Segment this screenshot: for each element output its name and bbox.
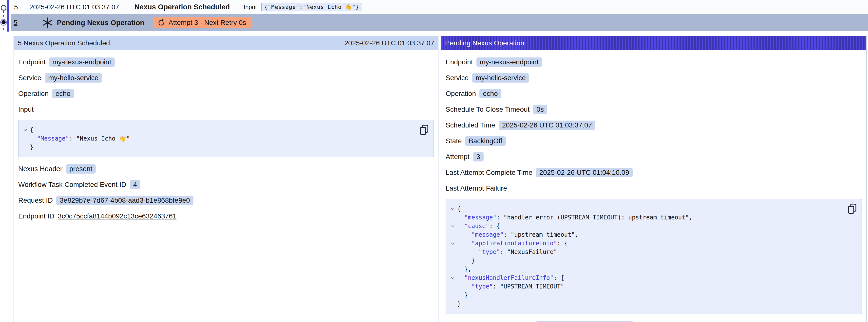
code-line: "message": "handler error (UPSTREAM_TIME… xyxy=(448,213,844,222)
chevron-spacer xyxy=(21,143,30,152)
code-line-text: "cause": { xyxy=(457,222,500,230)
field-request-id: Request ID3e829b7e-7d67-4b08-aad3-b1e868… xyxy=(18,195,434,205)
field-service: Servicemy-hello-service xyxy=(18,73,434,83)
pending-operation-header: Pending Nexus Operation xyxy=(441,36,866,50)
pending-operation-panel: Pending Nexus Operation Endpointmy-nexus… xyxy=(441,36,867,322)
active-event-indicator-bar xyxy=(7,0,9,32)
asterisk-icon xyxy=(42,17,53,28)
input-code-block: { "Message": "Nexus Echo 👋"} xyxy=(18,120,434,157)
chevron-down-icon[interactable] xyxy=(448,205,457,213)
timeline-open-circle-marker xyxy=(1,5,6,10)
event-row-pending-nexus-operation[interactable]: 5 Pending Nexus Operation Attempt 3 · Ne… xyxy=(10,14,868,31)
field-nexus-header: Nexus Headerpresent xyxy=(18,164,434,174)
field-value-chip: present xyxy=(66,164,96,173)
field-label: Schedule To Close Timeout xyxy=(445,105,529,114)
field-last-attempt-failure: Last Attempt Failure xyxy=(445,183,862,194)
code-line-text: "message": "handler error (UPSTREAM_TIME… xyxy=(457,213,692,222)
code-line-text: }, xyxy=(457,265,471,274)
code-line-text: "applicationFailureInfo": { xyxy=(457,239,568,248)
code-line: }, xyxy=(448,265,844,274)
chevron-spacer xyxy=(448,213,457,222)
field-label: Endpoint xyxy=(445,58,473,66)
timeline-filled-dot-marker xyxy=(0,19,7,26)
event-detail-header: 5 Nexus Operation Scheduled 2025-02-26 U… xyxy=(14,36,438,50)
field-endpoint: Endpointmy-nexus-endpoint xyxy=(445,57,862,67)
code-line: } xyxy=(448,299,844,308)
event-input-label: Input xyxy=(244,4,257,10)
code-line: { xyxy=(21,126,416,134)
field-label: Workflow Task Completed Event ID xyxy=(18,181,126,189)
copy-icon[interactable] xyxy=(419,124,429,135)
field-scheduled-time: Scheduled Time2025-02-26 UTC 01:03:37.07 xyxy=(445,120,862,130)
code-line: "nexusHandlerFailureInfo": { xyxy=(448,274,844,282)
field-label: State xyxy=(445,137,462,145)
timeline-gutter xyxy=(0,0,10,322)
field-value-chip: 0s xyxy=(533,105,547,114)
chevron-spacer xyxy=(448,230,457,239)
field-label: Operation xyxy=(18,90,49,98)
event-id-link[interactable]: 5 xyxy=(14,3,18,11)
pending-event-title: Pending Nexus Operation xyxy=(57,19,145,27)
field-schedule-to-close-timeout: Schedule To Close Timeout0s xyxy=(445,104,862,115)
code-line-text: "type": "NexusFailure" xyxy=(457,248,557,256)
code-line: } xyxy=(448,291,844,299)
field-value-chip: my-hello-service xyxy=(472,73,529,83)
event-detail-header-title: 5 Nexus Operation Scheduled xyxy=(18,39,110,47)
retry-attempt-badge: Attempt 3 · Next Retry 0s xyxy=(153,17,251,28)
chevron-spacer xyxy=(448,248,457,256)
event-row-nexus-operation-scheduled[interactable]: 5 2025-02-26 UTC 01:03:37.07 Nexus Opera… xyxy=(10,0,868,14)
chevron-spacer xyxy=(448,291,457,299)
code-line-text: "message": "upstream timeout", xyxy=(457,230,578,239)
copy-icon[interactable] xyxy=(847,203,857,214)
code-line: "cause": { xyxy=(448,222,844,230)
code-line-text: } xyxy=(457,291,468,299)
pending-event-id-link[interactable]: 5 xyxy=(13,19,18,27)
field-label: Last Attempt Failure xyxy=(445,185,507,192)
field-service: Servicemy-hello-service xyxy=(445,73,862,83)
code-line: { xyxy=(448,205,844,213)
field-operation: Operationecho xyxy=(445,89,862,99)
field-value-chip: 2025-02-26 UTC 01:04:10.09 xyxy=(536,168,632,177)
field-next-attempt-schedule-time: Next Attempt Schedule Time2025-02-26 UTC… xyxy=(445,320,862,322)
code-line: "type": "NexusFailure" xyxy=(448,248,844,256)
code-line-text: { xyxy=(30,126,33,134)
code-line-text: } xyxy=(457,299,461,308)
retry-badge-text: Attempt 3 · Next Retry 0s xyxy=(168,19,246,27)
field-endpoint: Endpointmy-nexus-endpoint xyxy=(18,57,434,67)
chevron-down-icon[interactable] xyxy=(448,222,457,230)
code-line-text: } xyxy=(457,256,475,265)
endpoint-id-link[interactable]: 3c0c75ccfa8144b092c13ce632463761 xyxy=(58,212,177,220)
code-line: } xyxy=(448,256,844,265)
code-line: "applicationFailureInfo": { xyxy=(448,239,844,248)
chevron-down-icon[interactable] xyxy=(448,274,457,282)
field-label: Input xyxy=(18,105,34,114)
field-workflow-task-completed-event-id: Workflow Task Completed Event ID4 xyxy=(18,180,434,190)
field-value-chip: 4 xyxy=(130,180,141,189)
pending-operation-header-title: Pending Nexus Operation xyxy=(445,39,524,47)
event-detail-panel: 5 Nexus Operation Scheduled 2025-02-26 U… xyxy=(13,36,438,322)
event-detail-header-timestamp: 2025-02-26 UTC 01:03:37.07 xyxy=(344,39,434,47)
field-label: Scheduled Time xyxy=(445,121,495,129)
code-line-text: "nexusHandlerFailureInfo": { xyxy=(457,274,564,282)
field-label: Service xyxy=(445,74,469,82)
code-line: "message": "upstream timeout", xyxy=(448,230,844,239)
field-label: Endpoint ID xyxy=(18,212,54,220)
chevron-down-icon[interactable] xyxy=(21,126,30,134)
retry-arrow-icon xyxy=(158,19,165,26)
field-value-chip: 3 xyxy=(473,152,484,161)
field-label: Service xyxy=(18,74,41,82)
chevron-spacer xyxy=(448,282,457,291)
code-line-text: { xyxy=(457,205,461,213)
field-operation: Operationecho xyxy=(18,89,434,99)
field-attempt: Attempt3 xyxy=(445,152,862,162)
field-value-chip: my-nexus-endpoint xyxy=(49,58,115,67)
event-timestamp: 2025-02-26 UTC 01:03:37.07 xyxy=(29,3,119,11)
chevron-down-icon[interactable] xyxy=(448,239,457,248)
code-line: "type": "UPSTREAM_TIMEOUT" xyxy=(448,282,844,291)
field-value-chip: echo xyxy=(52,89,74,98)
field-label: Operation xyxy=(445,90,476,98)
field-value-chip: BackingOff xyxy=(465,136,505,146)
event-title: Nexus Operation Scheduled xyxy=(134,3,230,11)
field-state: StateBackingOff xyxy=(445,136,862,146)
chevron-spacer xyxy=(448,256,457,265)
